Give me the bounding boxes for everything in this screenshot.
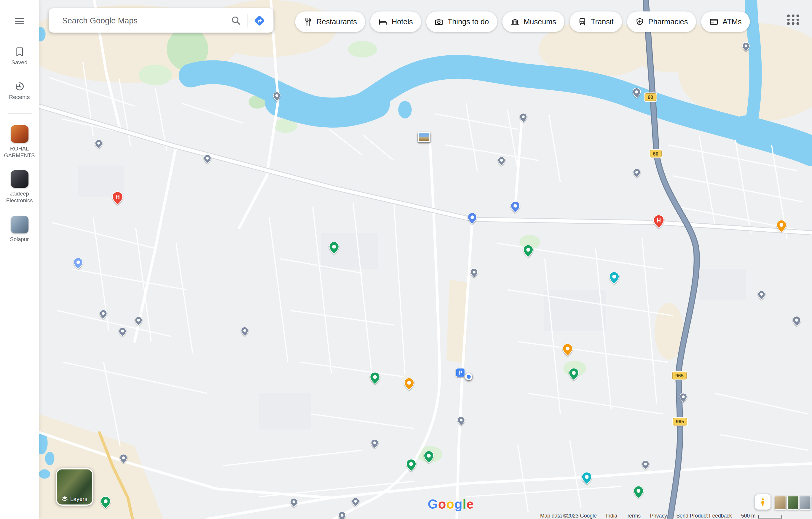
map-pin-blue[interactable] [466,212,478,224]
directions-icon [253,13,266,27]
layers-button[interactable]: Layers [56,468,93,506]
chip-label: Pharmacies [648,18,688,26]
map-pin-gray[interactable] [632,168,641,178]
menu-button[interactable] [11,13,27,31]
chip-label: ATMs [722,18,742,26]
pegman-button[interactable] [755,494,771,510]
map-pin-dot[interactable] [465,373,472,380]
restaurants-icon [303,18,313,26]
museums-icon [511,18,520,26]
chip-things-to-do[interactable]: Things to do [426,11,497,32]
search-icon [230,15,242,26]
map-pin-gray[interactable] [456,416,466,426]
imagery-thumbnail[interactable] [800,496,811,510]
map-pin-green[interactable] [567,367,580,381]
map-pin-green[interactable] [422,450,435,464]
map-pin-lightblue[interactable] [72,257,85,270]
map-pin-gray[interactable] [271,91,281,101]
chip-transit[interactable]: Transit [570,11,622,32]
map-canvas[interactable] [39,0,812,519]
region-label: India [606,513,617,518]
shortcut-thumbnail [11,216,28,233]
chip-pharmacies[interactable]: Pharmacies [627,11,696,32]
map-pin-school[interactable] [98,309,108,319]
scale-control[interactable]: 500 m [741,513,782,518]
sidebar-shortcut-rohal-garments[interactable]: ROHAL GARMENTS [1,125,37,159]
transit-icon [578,18,587,26]
chip-museums[interactable]: Museums [502,11,564,32]
map-pin-green[interactable] [327,241,341,254]
map-pin-teal[interactable] [580,471,593,485]
chip-atms[interactable]: ATMs [701,11,750,32]
sidebar-item-recents[interactable]: Recents [1,81,37,100]
search-button[interactable] [227,11,245,29]
sidebar-shortcut-jaideep-electronics[interactable]: Jaideep Electronics [1,170,37,204]
map-pin-gray[interactable] [741,42,751,52]
map-pin-gray[interactable] [678,393,688,402]
chip-label: Things to do [448,18,489,26]
map-pin-green[interactable] [404,459,418,472]
chip-label: Hotels [392,18,413,26]
map-pin-temple[interactable] [791,315,802,327]
layers-label: Layers [57,496,92,502]
map-pin-gray[interactable] [117,327,127,337]
history-icon [13,81,25,92]
sidebar-item-saved[interactable]: Saved [1,46,37,65]
chip-restaurants[interactable]: Restaurants [295,11,365,32]
shortcut-label: Jaideep Electronics [1,190,37,204]
map-pin-tree[interactable] [368,371,381,385]
shortcut-label: ROHAL GARMENTS [1,146,37,159]
terms-link[interactable]: Terms [627,513,641,518]
atms-icon [710,18,719,26]
imagery-thumbnail[interactable] [775,496,786,510]
map-pin-green[interactable] [632,486,645,499]
map-pin-gray[interactable] [496,156,506,166]
search-divider [247,13,248,27]
google-apps-grid-button[interactable] [785,12,802,27]
imagery-thumbnails [775,496,811,510]
map-pin-gray[interactable] [337,511,347,519]
privacy-link[interactable]: Privacy [650,513,667,518]
chip-label: Museums [524,18,556,26]
category-chips: Restaurants Hotels Things to do Museums [295,11,750,32]
search-input[interactable] [49,16,227,25]
attribution-bar: Map data ©2023 Google India Terms Privac… [540,513,782,518]
sidebar: Saved Recents ROHAL GARMENTS Jaideep Ele… [0,0,39,519]
map-pin-gray[interactable] [518,113,528,122]
map-pin-green[interactable] [99,496,112,509]
chip-label: Restaurants [316,18,357,26]
map-pin-mosque[interactable] [631,87,642,98]
map-pin-parking[interactable]: P [456,368,465,377]
map-pin-red[interactable]: H [651,214,666,229]
map-pin-teal[interactable] [607,271,621,284]
map-pin-blue[interactable] [509,201,521,213]
map-pin-gray[interactable] [640,460,650,469]
imagery-thumbnail[interactable] [787,496,799,510]
map-pin-orange[interactable] [561,343,574,356]
map-pin-green[interactable] [521,244,535,257]
pegman-icon [759,498,767,506]
directions-button[interactable] [250,11,269,30]
feedback-link[interactable]: Send Product Feedback [676,513,732,518]
shortcut-label: Solapur [10,236,29,243]
svg-text:H: H [657,217,661,224]
map-pin-gray[interactable] [289,498,298,508]
map-pin-red[interactable]: H [110,191,125,206]
sidebar-shortcut-solapur[interactable]: Solapur [1,216,37,243]
map-pin-gray[interactable] [369,438,379,448]
map-pin-gray[interactable] [202,154,212,164]
chip-hotels[interactable]: Hotels [370,11,421,32]
map-pin-orange[interactable] [402,377,416,391]
shortcut-thumbnail [11,125,28,143]
map-pin-school[interactable] [134,316,143,326]
map-pin-photo[interactable] [418,132,431,142]
map-pin-gray[interactable] [756,290,766,300]
pharmacies-icon [635,18,644,26]
google-logo: Google [428,497,474,512]
map-pin-orange[interactable] [775,219,788,233]
map-pin-school[interactable] [93,139,103,149]
map-pin-gray[interactable] [239,326,249,336]
map-pin-gray[interactable] [469,268,479,278]
map-pin-gray[interactable] [350,497,360,507]
map-pin-school[interactable] [118,454,128,463]
